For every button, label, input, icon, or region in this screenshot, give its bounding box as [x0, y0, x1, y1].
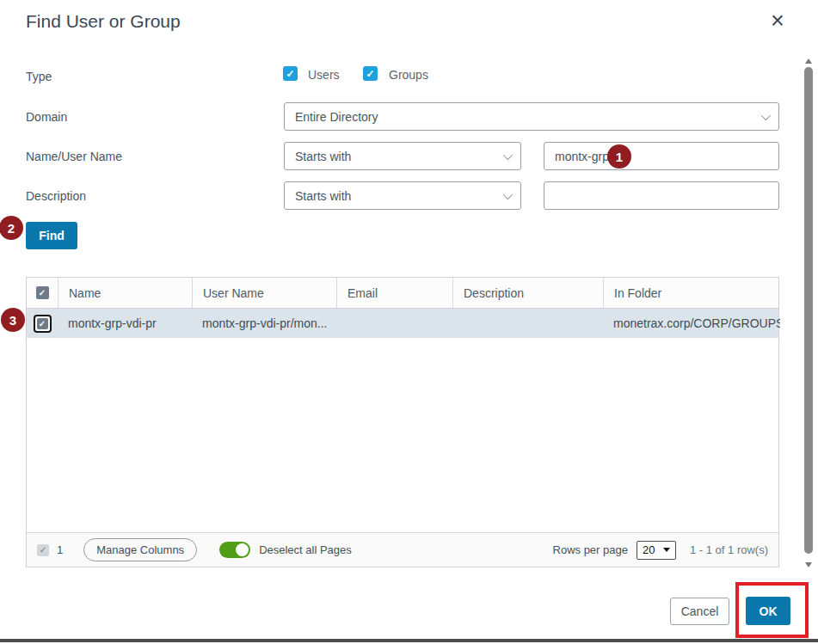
row-checkbox[interactable]: ✓: [34, 315, 52, 333]
row-name: montx-grp-vdi-pr: [58, 316, 192, 330]
check-icon: ✓: [366, 68, 374, 80]
description-label: Description: [26, 189, 86, 203]
annotation-badge-3: 3: [1, 308, 25, 332]
find-button[interactable]: Find: [26, 222, 77, 249]
row-user-name: montx-grp-vdi-pr/mon...: [192, 316, 336, 330]
row-in-folder: monetrax.corp/CORP/GROUPS: [603, 316, 780, 330]
chevron-down-icon: [503, 189, 513, 199]
groups-checkbox-label: Groups: [389, 68, 428, 82]
check-icon: ✓: [40, 545, 46, 555]
name-filter-input[interactable]: [544, 142, 779, 170]
chevron-down-icon: [663, 548, 670, 552]
header-description[interactable]: Description: [452, 278, 603, 308]
check-icon: ✓: [286, 68, 294, 80]
scroll-down-icon[interactable]: [805, 562, 812, 567]
row-checkbox-cell: ✓: [27, 315, 58, 333]
chevron-down-icon: [503, 150, 513, 159]
check-icon: ✓: [39, 288, 46, 297]
domain-label: Domain: [26, 110, 67, 124]
table-empty-area: [27, 338, 778, 532]
annotation-badge-1: 1: [607, 144, 631, 169]
header-in-folder[interactable]: In Folder: [603, 278, 780, 308]
users-checkbox-label: Users: [308, 68, 340, 82]
check-icon: ✓: [37, 318, 48, 329]
scrollbar[interactable]: [802, 53, 815, 574]
scroll-up-icon[interactable]: [805, 58, 812, 64]
selected-count: 1: [57, 543, 63, 556]
rows-per-page-label: Rows per page: [553, 543, 628, 556]
domain-select-value: Entire Directory: [295, 110, 378, 124]
bottom-edge-bar: [0, 639, 818, 642]
domain-select[interactable]: Entire Directory: [284, 102, 779, 131]
header-email[interactable]: Email: [336, 278, 452, 308]
manage-columns-button[interactable]: Manage Columns: [83, 538, 197, 561]
footer-selected-checkbox: ✓: [37, 544, 49, 556]
chevron-down-icon: [761, 110, 771, 120]
close-icon[interactable]: ×: [771, 7, 784, 34]
select-all-checkbox[interactable]: ✓: [36, 286, 49, 299]
header-checkbox-cell: ✓: [27, 278, 58, 308]
deselect-all-pages-label: Deselect all Pages: [259, 543, 352, 556]
table-row[interactable]: ✓ montx-grp-vdi-pr montx-grp-vdi-pr/mon.…: [27, 309, 778, 338]
table-header-row: ✓ Name User Name Email Description In Fo…: [27, 278, 778, 309]
description-operator-value: Starts with: [295, 189, 351, 203]
description-filter-input[interactable]: [544, 181, 779, 210]
scrollbar-thumb[interactable]: [804, 67, 813, 554]
results-table: ✓ Name User Name Email Description In Fo…: [26, 277, 779, 567]
name-label: Name/User Name: [26, 150, 122, 163]
header-name[interactable]: Name: [58, 278, 192, 308]
table-footer: ✓ 1 Manage Columns Deselect all Pages Ro…: [27, 532, 778, 567]
rows-per-page-select[interactable]: 20: [637, 541, 676, 560]
cancel-button[interactable]: Cancel: [670, 598, 729, 625]
users-checkbox[interactable]: ✓: [283, 66, 298, 81]
type-label: Type: [26, 70, 52, 83]
rows-per-page-value: 20: [643, 543, 655, 556]
ok-button[interactable]: OK: [746, 597, 790, 625]
annotation-badge-2: 2: [0, 216, 23, 240]
dialog-title: Find User or Group: [26, 11, 181, 32]
toggle-knob-icon: [236, 543, 249, 556]
groups-checkbox[interactable]: ✓: [363, 66, 378, 81]
description-operator-select[interactable]: Starts with: [284, 181, 521, 210]
name-operator-value: Starts with: [295, 150, 351, 163]
header-user-name[interactable]: User Name: [192, 278, 336, 308]
name-operator-select[interactable]: Starts with: [284, 142, 521, 170]
pagination-range-text: 1 - 1 of 1 row(s): [690, 543, 768, 556]
deselect-all-pages-toggle[interactable]: [219, 542, 250, 558]
